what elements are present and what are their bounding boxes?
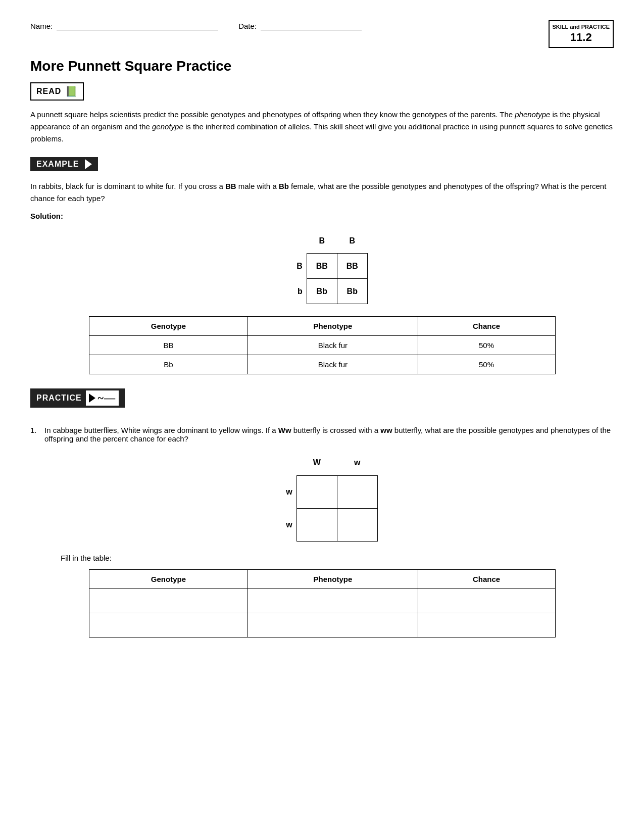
practice-number-1: 1. (30, 426, 40, 443)
table-row: Bb Black fur 50% (89, 355, 555, 374)
p1-row-header-1: w (266, 475, 296, 508)
practice1-punnett-table: W w w w (266, 450, 378, 542)
date-field: Date: (238, 20, 362, 30)
practice-icon-box: ~— (86, 390, 119, 406)
punnett-cell-r1c1: BB (307, 254, 337, 279)
practice1-table-header: Genotype Phenotype Chance (89, 569, 555, 588)
punnett-col-header-1: B (307, 228, 337, 254)
p1-chance-1[interactable] (418, 588, 555, 613)
punnett-row-header-2: b (276, 279, 307, 304)
punnett-cell-r2c2: Bb (337, 279, 367, 304)
punnett-corner (276, 228, 307, 254)
p1-col-header-phenotype: Phenotype (248, 569, 418, 588)
table-row (89, 588, 555, 613)
read-text: READ (36, 87, 61, 96)
skill-number: 11.2 (553, 30, 610, 45)
name-line (57, 20, 218, 30)
skill-line2: PRACTICE (581, 24, 610, 30)
p1-col-header-1: W (296, 450, 337, 475)
example-data-table: Genotype Phenotype Chance BB Black fur 5… (89, 316, 556, 374)
page-title: More Punnett Square Practice (30, 58, 614, 74)
p1-cell-r1c2[interactable] (337, 475, 377, 508)
example-punnett-container: B B B BB BB b Bb Bb (30, 228, 614, 305)
practice1-table-body (89, 588, 555, 637)
practice-section: PRACTICE ~— (30, 388, 614, 417)
p1-row-2: w (266, 508, 377, 541)
practice1-data-table: Genotype Phenotype Chance (89, 569, 556, 637)
practice-text: PRACTICE (36, 394, 82, 403)
punnett-cell-r2c1: Bb (307, 279, 337, 304)
punnett-row-header-1: B (276, 254, 307, 279)
phenotype-bsm: Black fur (248, 355, 418, 374)
practice-badge: PRACTICE ~— (30, 388, 125, 408)
intro-text: A punnett square helps scientists predic… (30, 109, 614, 145)
p1-cell-r2c1[interactable] (296, 508, 337, 541)
p1-chance-2[interactable] (418, 613, 555, 637)
date-line (261, 20, 362, 30)
header: Name: Date: SKILL and PRACTICE 11.2 (30, 20, 614, 48)
punnett-col-header-2: B (337, 228, 367, 254)
p1-genotype-2[interactable] (89, 613, 248, 637)
p1-phenotype-2[interactable] (248, 613, 418, 637)
practice-squiggle-icon: ~— (97, 391, 116, 405)
example-arrow-icon (85, 159, 92, 169)
table-row (89, 613, 555, 637)
solution-label: Solution: (30, 212, 614, 220)
example-table-header: Genotype Phenotype Chance (89, 317, 555, 336)
p1-row-1: w (266, 475, 377, 508)
punnett-cell-r1c2: BB (337, 254, 367, 279)
p1-corner (266, 450, 296, 475)
table-row: BB Black fur 50% (89, 336, 555, 355)
example-punnett-table: B B B BB BB b Bb Bb (276, 228, 368, 305)
p1-header-row: W w (266, 450, 377, 475)
name-label: Name: (30, 22, 53, 30)
punnett-row-1: B BB BB (276, 254, 367, 279)
col-header-genotype: Genotype (89, 317, 248, 336)
name-field: Name: (30, 20, 218, 30)
p1-col-header-genotype: Genotype (89, 569, 248, 588)
skill-line1: SKILL and (553, 24, 580, 30)
punnett-header-row: B B (276, 228, 367, 254)
book-icon: 📗 (65, 85, 78, 97)
example-question: In rabbits, black fur is dominant to whi… (30, 180, 614, 205)
genotype-bsm: Bb (89, 355, 248, 374)
p1-genotype-1[interactable] (89, 588, 248, 613)
practice1-header-row: Genotype Phenotype Chance (89, 569, 555, 588)
col-header-phenotype: Phenotype (248, 317, 418, 336)
date-label: Date: (238, 22, 257, 30)
chance-bb: 50% (418, 336, 555, 355)
practice1-punnett-container: W w w w (30, 450, 614, 542)
phenotype-bb: Black fur (248, 336, 418, 355)
example-text: EXAMPLE (36, 160, 79, 169)
example-badge: EXAMPLE (30, 157, 98, 171)
fill-label: Fill in the table: (61, 554, 614, 562)
read-badge: READ 📗 (30, 82, 84, 101)
practice-text-1: In cabbage butterflies, White wings are … (44, 426, 614, 443)
example-table-body: BB Black fur 50% Bb Black fur 50% (89, 336, 555, 374)
p1-cell-r2c2[interactable] (337, 508, 377, 541)
chance-bsm: 50% (418, 355, 555, 374)
punnett-row-2: b Bb Bb (276, 279, 367, 304)
header-left: Name: Date: (30, 20, 362, 30)
p1-cell-r1c1[interactable] (296, 475, 337, 508)
skill-badge: SKILL and PRACTICE 11.2 (549, 20, 614, 48)
practice-item-1: 1. In cabbage butterflies, White wings a… (30, 426, 614, 443)
p1-phenotype-1[interactable] (248, 588, 418, 613)
p1-col-header-chance: Chance (418, 569, 555, 588)
practice-arrow-icon (89, 394, 95, 403)
col-header-chance: Chance (418, 317, 555, 336)
example-table-header-row: Genotype Phenotype Chance (89, 317, 555, 336)
genotype-bb: BB (89, 336, 248, 355)
p1-row-header-2: w (266, 508, 296, 541)
p1-col-header-2: w (337, 450, 377, 475)
